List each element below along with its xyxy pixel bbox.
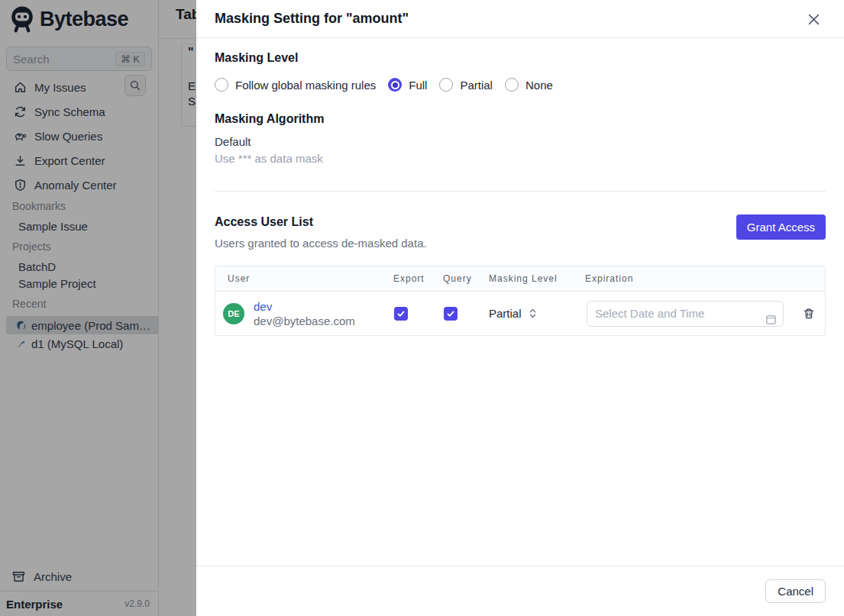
radio-label: None xyxy=(525,79,553,92)
close-icon xyxy=(808,14,820,25)
avatar: DE xyxy=(223,303,244,324)
access-user-list-header: Access User List Users granted to access… xyxy=(215,214,826,250)
radio-circle-icon xyxy=(505,78,519,92)
actions-cell xyxy=(796,308,825,320)
check-icon xyxy=(446,309,455,318)
column-header-export: Export xyxy=(393,273,443,284)
user-name-link[interactable]: dev xyxy=(254,299,355,314)
column-header-expiration: Expiration xyxy=(585,273,796,284)
modal-footer: Cancel xyxy=(196,566,844,616)
masking-level-select[interactable]: Partial xyxy=(489,307,585,320)
trash-icon xyxy=(803,308,815,320)
algorithm-name: Default xyxy=(215,134,826,149)
column-header-query: Query xyxy=(443,273,489,284)
table-row: DE dev dev@bytebase.com xyxy=(215,292,825,335)
column-header-masking-level: Masking Level xyxy=(489,273,585,284)
access-user-list-heading: Access User List xyxy=(215,214,427,230)
expiration-date-input[interactable] xyxy=(587,301,784,327)
access-user-table: User Export Query Masking Level Expirati… xyxy=(215,266,826,336)
algorithm-description: Use *** as data mask xyxy=(215,151,826,166)
export-checkbox[interactable] xyxy=(394,307,408,321)
modal-header: Masking Setting for "amount" xyxy=(196,0,844,38)
radio-partial[interactable]: Partial xyxy=(439,78,493,92)
masking-level-heading: Masking Level xyxy=(215,50,826,66)
modal-title: Masking Setting for "amount" xyxy=(215,11,409,27)
radio-label: Partial xyxy=(460,79,493,92)
cancel-button[interactable]: Cancel xyxy=(765,579,826,603)
radio-follow-global[interactable]: Follow global masking rules xyxy=(215,78,376,92)
masking-level-radio-group: Follow global masking rules Full Partial… xyxy=(215,78,826,92)
radio-circle-icon xyxy=(439,78,453,92)
modal-body: Masking Level Follow global masking rule… xyxy=(196,38,844,336)
app-root: Bytebase ⌘ K My Issues xyxy=(0,0,844,616)
masking-setting-modal: Masking Setting for "amount" Masking Lev… xyxy=(196,0,844,616)
masking-level-cell: Partial xyxy=(489,307,585,320)
calendar-icon xyxy=(765,314,777,325)
delete-user-button[interactable] xyxy=(803,308,815,320)
masking-algorithm-heading: Masking Algorithm xyxy=(215,111,826,127)
export-cell xyxy=(393,307,443,321)
section-divider xyxy=(215,191,826,192)
column-header-user: User xyxy=(215,273,393,284)
radio-full[interactable]: Full xyxy=(388,78,427,92)
expiration-cell xyxy=(585,301,796,327)
radio-label: Follow global masking rules xyxy=(235,79,376,92)
access-user-list-subtitle: Users granted to access de-masked data. xyxy=(215,237,427,250)
close-button[interactable] xyxy=(804,10,823,28)
radio-none[interactable]: None xyxy=(505,78,553,92)
table-header-row: User Export Query Masking Level Expirati… xyxy=(215,266,825,292)
user-email: dev@bytebase.com xyxy=(254,314,355,328)
chevron-updown-icon xyxy=(529,308,537,319)
user-cell: DE dev dev@bytebase.com xyxy=(215,299,393,328)
grant-access-button[interactable]: Grant Access xyxy=(736,214,826,240)
check-icon xyxy=(396,309,406,318)
masking-level-value: Partial xyxy=(489,307,522,320)
query-cell xyxy=(443,307,489,321)
radio-circle-selected-icon xyxy=(388,78,402,92)
radio-label: Full xyxy=(409,79,427,92)
query-checkbox[interactable] xyxy=(444,307,458,321)
radio-circle-icon xyxy=(215,78,228,92)
